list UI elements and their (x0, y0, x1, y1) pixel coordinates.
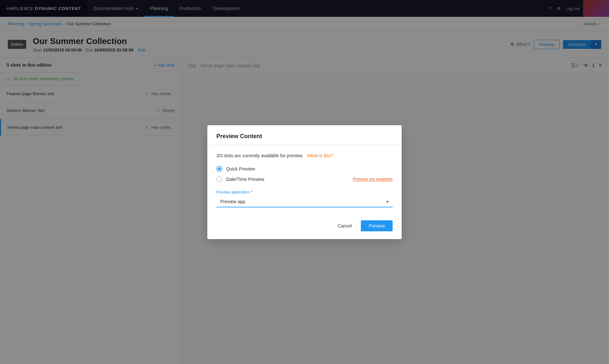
preview-not-available-text: Preview not available (353, 177, 393, 182)
modal-title: Preview Content (216, 133, 262, 139)
slots-info-text: 3/3 slots are currently available for pr… (216, 153, 303, 158)
radio-option-datetime[interactable]: Date/Time Preview (216, 176, 353, 182)
modal-body: 3/3 slots are currently available for pr… (207, 145, 402, 215)
preview-modal-button[interactable]: Preview (361, 220, 393, 231)
radio-quick-label: Quick Preview (226, 166, 255, 171)
field-label: Preview application * (216, 190, 393, 194)
radio-group: Quick Preview Date/Time Preview Preview … (216, 166, 393, 182)
preview-content-modal: Preview Content 3/3 slots are currently … (207, 125, 402, 239)
radio-datetime-row: Date/Time Preview Preview not available (216, 176, 393, 182)
modal-footer: Cancel Preview (207, 215, 402, 239)
select-wrapper: Preview app ▼ (216, 196, 393, 207)
preview-application-field: Preview application * Preview app ▼ (216, 190, 393, 207)
what-is-this-link[interactable]: What is this? (307, 153, 333, 158)
radio-option-quick[interactable]: Quick Preview (216, 166, 393, 172)
required-indicator: * (251, 190, 253, 194)
modal-overlay: Preview Content 3/3 slots are currently … (0, 0, 609, 364)
radio-datetime-label: Date/Time Preview (226, 177, 264, 182)
cancel-button[interactable]: Cancel (333, 221, 357, 231)
preview-app-select[interactable]: Preview app (216, 196, 393, 207)
modal-slots-info: 3/3 slots are currently available for pr… (216, 153, 393, 158)
radio-quick-circle (216, 166, 222, 172)
radio-datetime-circle (216, 176, 222, 182)
modal-header: Preview Content (207, 125, 402, 145)
